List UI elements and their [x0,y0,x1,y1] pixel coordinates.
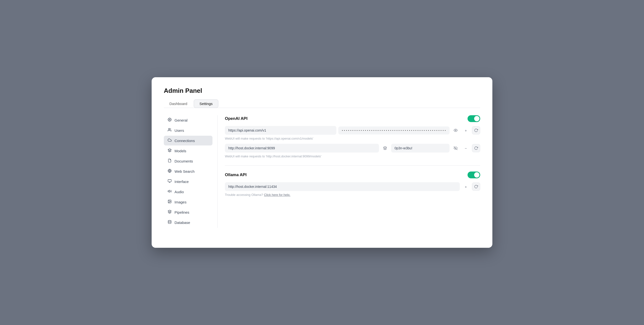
openai-hint1: WebUI will make requests to 'https://api… [225,137,480,140]
sidebar-label-images: Images [174,200,186,204]
svg-point-0 [169,119,170,120]
refresh3-icon [474,185,478,189]
tab-settings[interactable]: Settings [194,99,218,108]
openai-title: OpenAI API [225,116,248,121]
gear-icon [167,118,172,123]
openai-url2-row: − [225,144,480,153]
plus2-icon: + [465,185,467,189]
sidebar-item-general[interactable]: General [164,115,212,125]
sidebar-item-audio[interactable]: Audio [164,187,212,197]
openai-toggle[interactable] [468,115,480,122]
openai-api-key-input[interactable] [338,126,450,135]
globe-icon [167,169,172,174]
sidebar-item-pipelines[interactable]: Pipelines [164,207,212,217]
ollama-url-row: + [225,182,480,191]
plus-icon: + [465,128,467,133]
section-divider [225,165,480,166]
ollama-section: Ollama API + Trouble accessing Ollama? C… [225,172,480,197]
svg-point-12 [168,220,171,221]
openai-password2-input[interactable] [391,144,450,153]
openai-hint2: WebUI will make requests to 'http://host… [225,154,480,158]
openai-minus-button[interactable]: − [462,144,470,152]
cloud-icon [167,138,172,143]
layers-icon [167,148,172,153]
svg-marker-11 [168,210,171,212]
stack-icon [383,146,387,150]
openai-add-button[interactable]: + [462,126,470,135]
sidebar-item-database[interactable]: Database [164,218,212,227]
svg-rect-5 [168,180,171,182]
sidebar-label-general: General [174,118,188,122]
openai-refresh2-button[interactable] [472,144,480,152]
openai-layers-button[interactable] [381,144,389,152]
sidebar-label-models: Models [174,149,186,153]
main-content: OpenAI API + [217,115,480,228]
document-icon [167,159,172,163]
sidebar-label-users: Users [174,128,184,133]
database-icon [167,220,172,225]
sidebar-label-web-search: Web Search [174,169,194,173]
openai-refresh-button[interactable] [472,126,480,135]
svg-point-10 [169,201,170,201]
ollama-help-link[interactable]: Click here for help. [264,193,290,197]
openai-hide-key2-button[interactable] [452,144,460,152]
content-area: General Users Connections Models [164,115,480,228]
pipelines-icon [167,210,172,215]
sidebar: General Users Connections Models [164,115,217,228]
svg-marker-2 [168,149,171,150]
openai-url-row: + [225,126,480,135]
sidebar-label-pipelines: Pipelines [174,210,189,214]
ollama-toggle[interactable] [468,172,480,178]
sidebar-item-documents[interactable]: Documents [164,156,212,166]
ollama-url-input[interactable] [225,182,460,191]
minus-icon: − [465,146,467,150]
monitor-icon [167,179,172,184]
image-icon [167,200,172,204]
ollama-title: Ollama API [225,172,246,177]
sidebar-label-database: Database [174,220,190,225]
sidebar-label-audio: Audio [174,190,184,194]
audio-icon [167,189,172,194]
ollama-refresh-button[interactable] [472,182,480,191]
svg-marker-14 [383,146,386,148]
sidebar-item-web-search[interactable]: Web Search [164,166,212,176]
openai-url2-input[interactable] [225,144,379,153]
eye-icon [454,128,458,132]
sidebar-item-connections[interactable]: Connections [164,136,212,145]
openai-models-link[interactable]: 'https://api.openai.com/v1/models' [266,137,313,140]
openai-url-input[interactable] [225,126,336,135]
svg-point-1 [168,128,170,130]
sidebar-label-documents: Documents [174,159,193,163]
openai-show-key-button[interactable] [452,126,460,135]
admin-panel-window: Admin Panel Dashboard Settings General U… [152,77,492,248]
sidebar-item-interface[interactable]: Interface [164,177,212,186]
svg-marker-8 [168,190,170,192]
tab-bar: Dashboard Settings [164,99,480,108]
openai-section-header: OpenAI API [225,115,480,122]
sidebar-label-connections: Connections [174,139,195,143]
refresh-icon [474,128,478,132]
users-icon [167,128,172,133]
app-title: Admin Panel [164,87,480,95]
openai-section: OpenAI API + [225,115,480,158]
ollama-add-button[interactable]: + [462,182,470,191]
refresh2-icon [474,146,478,150]
tab-dashboard[interactable]: Dashboard [164,99,193,108]
sidebar-item-users[interactable]: Users [164,125,212,135]
sidebar-item-images[interactable]: Images [164,197,212,207]
ollama-trouble-text: Trouble accessing Ollama? Click here for… [225,193,480,197]
sidebar-item-models[interactable]: Models [164,146,212,156]
svg-point-13 [455,130,456,131]
eye-off-icon [454,146,458,150]
sidebar-label-interface: Interface [174,180,188,184]
ollama-section-header: Ollama API [225,172,480,178]
openai-models2-link[interactable]: 'http://host.docker.internal:9099/models… [266,154,321,158]
